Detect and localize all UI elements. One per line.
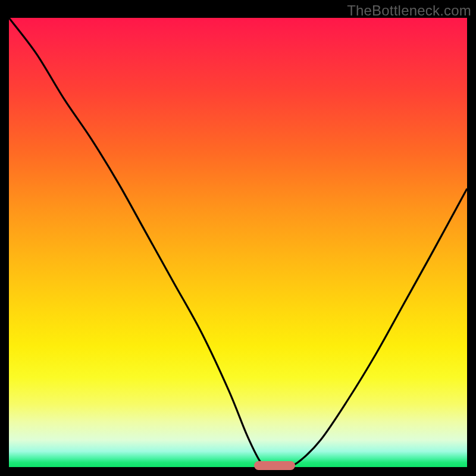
bottleneck-curve bbox=[9, 18, 467, 467]
plot-area bbox=[9, 18, 467, 467]
watermark-text: TheBottleneck.com bbox=[347, 2, 471, 19]
chart-frame: TheBottleneck.com bbox=[0, 0, 476, 476]
bottleneck-marker bbox=[254, 461, 295, 470]
